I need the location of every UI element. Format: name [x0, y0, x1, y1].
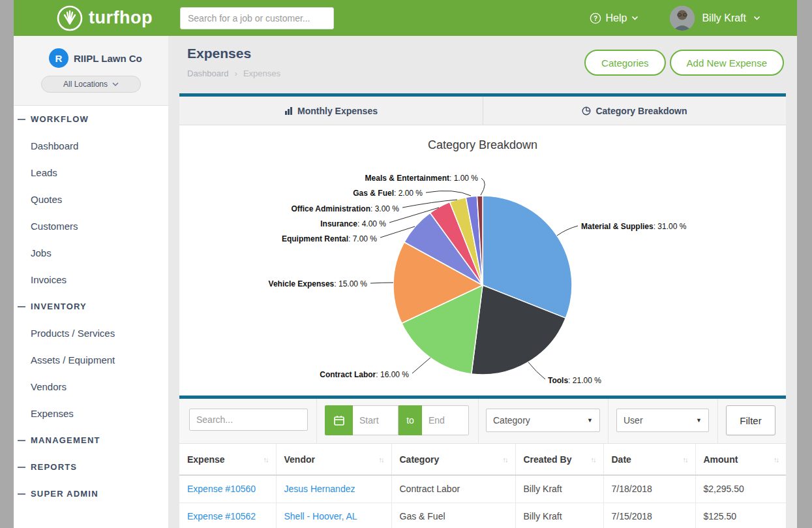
breadcrumb-parent[interactable]: Dashboard [187, 69, 229, 78]
table-row: Expense #10560Jesus HernandezContract La… [179, 475, 786, 503]
cell-amount: $125.50 [695, 503, 786, 528]
location-selector[interactable]: All Locations [41, 76, 141, 93]
cell-vendor: Jesus Hernandez [276, 475, 391, 503]
location-selector-label: All Locations [63, 80, 108, 89]
column-header-vendor[interactable]: Vendor↑↓ [276, 444, 391, 475]
sidebar-item-expenses[interactable]: Expenses [14, 400, 168, 427]
sidebar-item-vendors[interactable]: Vendors [14, 373, 168, 400]
column-header-created-by[interactable]: Created By↑↓ [515, 444, 603, 475]
cell-created-by: Billy Kraft [515, 503, 603, 528]
nav-section-inventory[interactable]: INVENTORY [14, 293, 168, 320]
calendar-button[interactable] [325, 405, 353, 435]
section-dashes-icon [18, 467, 25, 468]
sort-icon[interactable]: ↑↓ [379, 456, 383, 463]
avatar [670, 6, 695, 31]
sort-icon[interactable]: ↑↓ [591, 456, 595, 463]
sidebar-item-dashboard[interactable]: Dashboard [14, 132, 168, 159]
pie-label-line [481, 178, 485, 195]
header-right: ? Help Billy Kraft [590, 6, 760, 31]
page-title: Expenses [187, 46, 251, 61]
pie-label-insurance: Insurance: 4.00 % [320, 219, 386, 228]
section-label: REPORTS [31, 462, 77, 472]
categories-button[interactable]: Categories [584, 50, 666, 76]
user-select[interactable]: User ▼ [616, 409, 709, 432]
column-header-date[interactable]: Date↑↓ [603, 444, 695, 475]
pie-label-material-supplies: Material & Supplies: 31.00 % [581, 222, 687, 231]
nav-section-management[interactable]: MANAGEMENT [14, 427, 168, 454]
svg-text:?: ? [593, 14, 597, 22]
vendor-link[interactable]: Jesus Hernandez [284, 484, 355, 494]
breadcrumb: Dashboard › Expenses [187, 69, 280, 78]
sidebar: R RIIPL Lawn Co All Locations WORKFLOWDa… [14, 36, 168, 528]
chevron-down-icon [631, 16, 639, 21]
nav-section-workflow[interactable]: WORKFLOW [14, 106, 168, 132]
column-label: Date [612, 454, 631, 465]
pie-label-contract-labor: Contract Labor: 16.00 % [320, 370, 409, 379]
date-end-input[interactable] [422, 405, 469, 435]
column-header-amount[interactable]: Amount↑↓ [695, 444, 786, 475]
section-dashes-icon [18, 493, 25, 495]
sidebar-company-block: R RIIPL Lawn Co All Locations [14, 36, 168, 106]
column-label: Vendor [284, 454, 315, 465]
sidebar-item-products-services[interactable]: Products / Services [14, 320, 168, 347]
filter-divider [316, 399, 317, 444]
expense-link[interactable]: Expense #10560 [187, 484, 256, 494]
column-label: Expense [187, 454, 225, 465]
brand-name: turfhop [89, 8, 153, 28]
pie-label-office-administration: Office Administration: 3.00 % [291, 204, 399, 213]
sidebar-item-customers[interactable]: Customers [14, 213, 168, 240]
sidebar-item-invoices[interactable]: Invoices [14, 266, 168, 293]
sort-icon[interactable]: ↑↓ [263, 456, 268, 463]
chevron-down-icon [112, 82, 119, 87]
company-name: RIIPL Lawn Co [74, 53, 142, 64]
column-label: Created By [524, 454, 572, 465]
table-search-input[interactable] [189, 409, 308, 431]
column-label: Amount [704, 454, 738, 465]
pie-label-line [412, 358, 430, 373]
breadcrumb-separator-icon: › [235, 69, 237, 78]
section-dashes-icon [18, 119, 25, 120]
chart-tabs: Monthly Expenses Category Breakdown [179, 93, 786, 125]
expense-link[interactable]: Expense #10562 [187, 511, 256, 521]
cell-category: Contract Labor [391, 475, 515, 503]
main-content: Expenses Dashboard › Expenses Categories… [168, 36, 797, 528]
sidebar-item-assets-equipment[interactable]: Assets / Equipment [14, 347, 168, 373]
nav-section-reports[interactable]: REPORTS [14, 454, 168, 480]
tab-monthly-expenses[interactable]: Monthly Expenses [179, 97, 483, 125]
company[interactable]: R RIIPL Lawn Co [49, 48, 142, 68]
filter-button[interactable]: Filter [726, 405, 775, 435]
table-header-row: Expense↑↓Vendor↑↓Category↑↓Created By↑↓D… [179, 444, 786, 475]
select-arrow-icon: ▼ [587, 417, 593, 424]
sidebar-item-quotes[interactable]: Quotes [14, 186, 168, 213]
help-icon: ? [590, 12, 601, 24]
sort-icon[interactable]: ↑↓ [774, 456, 778, 463]
pie-label-line [370, 283, 393, 283]
sidebar-nav: WORKFLOWDashboardLeadsQuotesCustomersJob… [14, 106, 168, 507]
sort-icon[interactable]: ↑↓ [683, 456, 687, 463]
top-header: turfhop ? Help Billy Kr [14, 0, 797, 36]
column-header-category[interactable]: Category↑↓ [391, 444, 515, 475]
section-dashes-icon [18, 440, 25, 441]
add-new-expense-button[interactable]: Add New Expense [670, 50, 784, 76]
sidebar-item-jobs[interactable]: Jobs [14, 240, 168, 266]
tab-category-breakdown[interactable]: Category Breakdown [483, 97, 786, 125]
sidebar-item-leads[interactable]: Leads [14, 159, 168, 186]
help-menu[interactable]: ? Help [590, 12, 639, 24]
category-select[interactable]: Category ▼ [486, 409, 600, 432]
avatar-photo [670, 6, 695, 31]
sort-icon[interactable]: ↑↓ [503, 456, 507, 463]
expenses-table: Expense↑↓Vendor↑↓Category↑↓Created By↑↓D… [179, 444, 786, 528]
vendor-link[interactable]: Shell - Hoover, AL [284, 511, 357, 521]
tab-category-label: Category Breakdown [595, 106, 687, 116]
brand-logo[interactable]: turfhop [57, 5, 153, 31]
column-header-expense[interactable]: Expense↑↓ [179, 444, 276, 475]
window-scrollbar-edge[interactable] [797, 0, 812, 528]
page-actions: Categories Add New Expense [584, 50, 784, 76]
cell-vendor: Shell - Hoover, AL [276, 503, 391, 528]
section-label: SUPER ADMIN [31, 489, 98, 499]
user-menu[interactable]: Billy Kraft [670, 6, 760, 31]
global-search-input[interactable] [180, 7, 334, 29]
date-start-input[interactable] [353, 405, 398, 435]
pie-label-meals-entertainment: Meals & Entertainment: 1.00 % [365, 174, 479, 183]
nav-section-super-admin[interactable]: SUPER ADMIN [14, 480, 168, 507]
